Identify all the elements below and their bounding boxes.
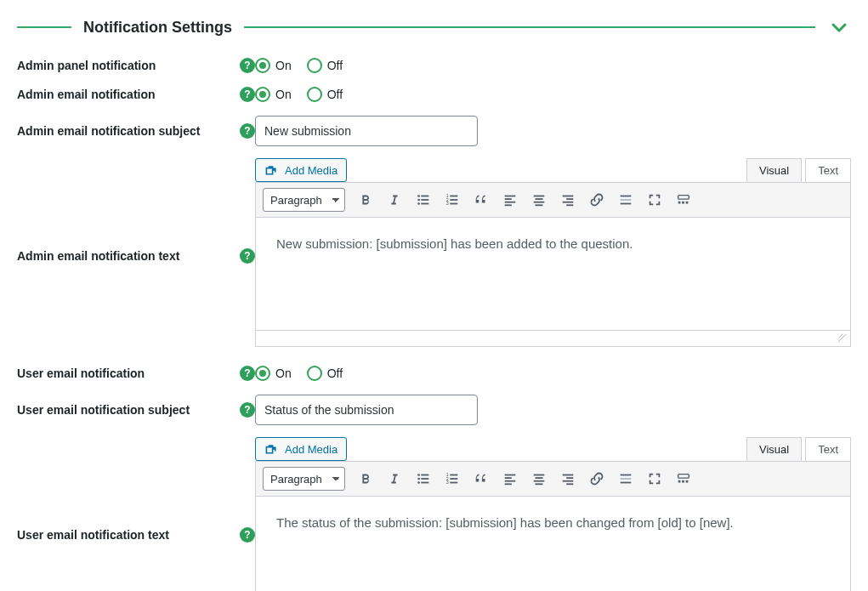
help-icon[interactable]: ? [240,402,255,418]
format-select[interactable]: Paragraph [263,467,345,491]
link-icon [589,471,604,486]
editor-toolbar: Paragraph 123 [255,461,851,497]
admin-email-subject-input[interactable] [255,116,478,146]
add-media-button[interactable]: Add Media [255,158,347,182]
align-left-button[interactable] [498,189,522,211]
editor-tab-visual[interactable]: Visual [746,158,802,182]
user-email-subject-input[interactable] [255,395,478,425]
svg-rect-58 [678,475,689,479]
blockquote-button[interactable] [469,468,493,490]
italic-button[interactable] [383,468,406,490]
radio-circle-icon [255,87,270,102]
align-left-icon [502,192,518,207]
editor-tab-text[interactable]: Text [805,158,851,182]
radio-admin-email-off[interactable]: Off [307,87,343,102]
fullscreen-icon [647,192,662,207]
svg-rect-18 [534,202,545,203]
help-icon[interactable]: ? [240,123,255,139]
svg-rect-13 [505,198,512,200]
read-more-icon [618,471,633,486]
read-more-button[interactable] [614,189,638,211]
editor-tab-text[interactable]: Text [805,437,851,461]
bulleted-list-button[interactable] [411,189,435,211]
editor-content-area[interactable]: The status of the submission: [submissio… [255,497,851,591]
svg-rect-34 [421,475,428,476]
bold-button[interactable] [354,468,377,490]
align-right-button[interactable] [556,468,580,490]
toolbar-toggle-button[interactable] [672,468,695,490]
chevron-down-icon [829,17,849,37]
label-user-email-text: User email notification text [17,528,169,542]
media-icon [264,163,278,177]
kitchen-sink-icon [676,192,691,207]
editor-body-text: The status of the submission: [submissio… [276,515,734,530]
radio-circle-icon [255,366,270,381]
italic-button[interactable] [383,189,406,211]
help-icon[interactable]: ? [240,248,255,264]
editor-tab-visual[interactable]: Visual [746,437,802,461]
bold-button[interactable] [354,189,377,211]
radio-label-on: On [275,367,292,380]
numbered-list-button[interactable]: 123 [440,468,464,490]
svg-rect-15 [505,204,512,206]
bulleted-list-button[interactable] [411,468,435,490]
bold-icon [358,192,373,207]
radio-label-on: On [275,88,292,101]
add-media-button[interactable]: Add Media [255,437,347,461]
fullscreen-button[interactable] [643,468,667,490]
align-right-icon [560,471,576,486]
list-ul-icon [416,471,431,486]
help-icon[interactable]: ? [240,527,255,543]
svg-rect-43 [505,475,516,476]
svg-rect-9 [450,196,457,197]
numbered-list-button[interactable]: 123 [440,189,464,211]
align-right-button[interactable] [556,189,580,211]
radio-user-email-off[interactable]: Off [307,366,343,381]
svg-rect-41 [450,478,457,480]
radio-circle-icon [307,58,322,73]
help-icon[interactable]: ? [240,366,255,381]
collapse-toggle[interactable] [827,15,851,39]
link-button[interactable] [585,468,609,490]
editor-statusbar [255,331,851,347]
row-user-email-text: User email notification text ? Add Media… [17,439,851,591]
label-admin-panel: Admin panel notification [17,59,156,72]
blockquote-button[interactable] [469,189,493,211]
radio-circle-icon [307,87,322,102]
svg-point-0 [417,195,420,197]
quote-icon [474,471,489,486]
radio-admin-panel-off[interactable]: Off [307,58,343,73]
label-user-email-subject: User email notification subject [17,403,190,417]
editor-content-area[interactable]: New submission: [submission] has been ad… [255,218,851,331]
svg-rect-3 [421,196,428,197]
radio-admin-panel-on[interactable]: On [255,58,292,73]
svg-rect-26 [621,203,632,205]
align-center-button[interactable] [527,189,551,211]
heading-rule-left [17,26,71,28]
help-icon[interactable]: ? [240,87,255,102]
format-select[interactable]: Paragraph [263,188,345,212]
toolbar-toggle-button[interactable] [672,189,695,211]
svg-rect-28 [678,202,681,204]
section-heading: Notification Settings [17,15,851,39]
radio-user-email-on[interactable]: On [255,366,292,381]
label-user-email: User email notification [17,367,145,380]
editor-toolbar: Paragraph 123 [255,182,851,218]
bold-icon [358,471,373,486]
radio-admin-email-on[interactable]: On [255,87,292,102]
fullscreen-button[interactable] [643,189,667,211]
heading-rule-right [244,26,815,28]
radio-label-on: On [275,59,292,72]
svg-rect-35 [421,478,428,480]
help-icon[interactable]: ? [240,58,255,73]
align-center-button[interactable] [527,468,551,490]
align-left-button[interactable] [498,468,522,490]
resize-handle[interactable] [838,334,848,344]
svg-rect-49 [534,480,545,482]
row-admin-email-subject: Admin email notification subject ? [17,116,851,146]
read-more-button[interactable] [614,468,638,490]
svg-rect-23 [566,204,573,206]
link-button[interactable] [585,189,609,211]
radio-circle-icon [255,58,270,73]
align-left-icon [502,471,518,486]
